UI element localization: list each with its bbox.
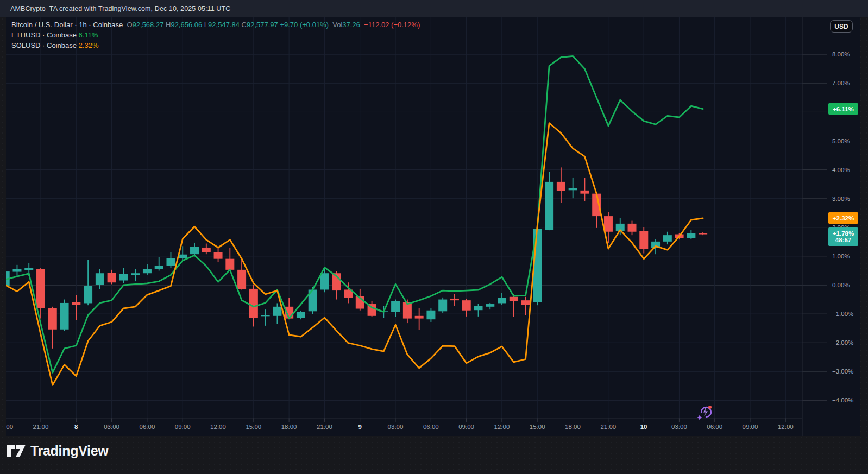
ohlc-key: C bbox=[242, 21, 247, 29]
time-label: 12:00 bbox=[210, 424, 226, 430]
volume-change: −112.02 (−0.12%) bbox=[364, 21, 420, 29]
candle-body bbox=[178, 255, 187, 258]
candle-body bbox=[155, 266, 163, 269]
time-label: 06:00 bbox=[707, 424, 722, 430]
price-label: 1.00% bbox=[832, 253, 850, 260]
sol-change: 2.32% bbox=[79, 41, 99, 49]
price-label: 0.00% bbox=[832, 282, 850, 288]
candle-body bbox=[190, 247, 199, 254]
candle-body bbox=[108, 273, 116, 283]
eth-symbol: ETHUSD · Coinbase bbox=[11, 31, 77, 39]
ohlc-key: H bbox=[166, 21, 171, 29]
price-label: 5.00% bbox=[832, 138, 850, 144]
candle-body bbox=[426, 311, 435, 319]
candle-body bbox=[438, 300, 447, 312]
candle-wick bbox=[584, 178, 586, 201]
price-label: −4.00% bbox=[832, 397, 853, 403]
candle-body bbox=[462, 300, 471, 311]
tradingview-logo-text: TradingView bbox=[30, 443, 109, 459]
candle-body bbox=[498, 298, 506, 303]
volume-label: Vol bbox=[332, 21, 342, 29]
candle-body bbox=[297, 312, 305, 318]
time-label: 21:00 bbox=[317, 424, 332, 430]
time-label: 09:00 bbox=[743, 424, 758, 430]
time-label: 09:00 bbox=[458, 424, 474, 430]
eth-change: 6.11% bbox=[79, 31, 98, 39]
price-label: −1.00% bbox=[832, 311, 853, 317]
sol-symbol: SOLUSD · Coinbase bbox=[11, 41, 77, 49]
candle-body bbox=[569, 188, 577, 191]
watermark-title: AMBCrypto_TA created with TradingView.co… bbox=[10, 5, 230, 12]
chart-panel[interactable]: Bitcoin / U.S. Dollar · 1h · Coinbase O9… bbox=[6, 17, 860, 436]
ohlc-value: 92,547.84 bbox=[208, 21, 241, 29]
candle-body bbox=[604, 216, 613, 232]
candle-body bbox=[48, 308, 57, 330]
tradingview-logo-icon bbox=[7, 444, 26, 458]
candle-body bbox=[261, 315, 270, 316]
candle-wick bbox=[419, 308, 420, 330]
candle-body bbox=[699, 233, 707, 235]
time-label: 03:00 bbox=[671, 424, 687, 430]
time-label: 09:00 bbox=[175, 424, 191, 430]
candle-body bbox=[687, 233, 695, 238]
candle-body bbox=[225, 259, 234, 270]
tradingview-screenshot: { "top_bar": { "title": "AMBCrypto_TA cr… bbox=[0, 0, 868, 474]
candle-body bbox=[84, 286, 92, 304]
candle-body bbox=[273, 307, 281, 316]
candle-body bbox=[580, 191, 589, 194]
time-label: 18:00 bbox=[565, 424, 581, 430]
price-change: +9.70 (+0.01%) bbox=[280, 21, 329, 29]
price-chart[interactable] bbox=[6, 17, 860, 436]
candle-body bbox=[24, 268, 33, 270]
time-label: 15:00 bbox=[246, 424, 261, 430]
badge-value: +1.78% bbox=[833, 230, 854, 237]
candle-body bbox=[60, 303, 69, 330]
time-label: 21:00 bbox=[600, 424, 616, 430]
time-label: 18:00 bbox=[281, 424, 297, 430]
candle-body bbox=[320, 273, 329, 289]
time-label: 06:00 bbox=[140, 424, 155, 430]
candle-body bbox=[545, 182, 553, 230]
time-label: 15:00 bbox=[530, 424, 545, 430]
candle-body bbox=[450, 299, 459, 300]
price-label: −2.00% bbox=[832, 339, 853, 346]
time-label: 10 bbox=[640, 424, 647, 430]
price-label: 8.00% bbox=[832, 51, 850, 58]
badge-value: +6.11% bbox=[833, 106, 854, 112]
ohlc-value: 92,656.06 bbox=[171, 21, 204, 29]
time-label: 8 bbox=[74, 424, 78, 430]
candle-body bbox=[474, 306, 483, 310]
time-label: 21:00 bbox=[33, 424, 49, 430]
candle-body bbox=[249, 289, 258, 318]
price-label: 7.00% bbox=[832, 80, 850, 86]
candle-body bbox=[663, 235, 672, 242]
currency-toggle-button[interactable]: USD bbox=[830, 20, 853, 33]
time-label: 12:00 bbox=[494, 424, 510, 430]
price-badge: +2.32% bbox=[828, 212, 858, 224]
legend-sol-row[interactable]: SOLUSD · Coinbase 2.32% bbox=[11, 40, 420, 50]
candle-body bbox=[166, 258, 175, 266]
legend-main-row[interactable]: Bitcoin / U.S. Dollar · 1h · Coinbase O9… bbox=[11, 20, 420, 30]
price-label: 4.00% bbox=[832, 167, 850, 173]
magic-refresh-icon[interactable] bbox=[694, 403, 714, 421]
candle-body bbox=[486, 304, 494, 307]
candle-body bbox=[639, 231, 648, 249]
price-axis[interactable]: 8.00%7.00%6.00%5.00%4.00%3.00%2.00%1.00%… bbox=[802, 17, 860, 418]
time-axis[interactable]: 18:0021:00803:0006:0009:0012:0015:0018:0… bbox=[6, 418, 802, 436]
candle-wick bbox=[265, 309, 266, 326]
badge-countdown: 48:57 bbox=[835, 237, 851, 243]
sol-line bbox=[6, 123, 703, 385]
ohlc-key: O bbox=[127, 21, 132, 29]
candle-wick bbox=[573, 178, 574, 198]
legend-eth-row[interactable]: ETHUSD · Coinbase 6.11% bbox=[11, 30, 420, 40]
candle-body bbox=[237, 270, 246, 289]
top-bar: AMBCrypto_TA created with TradingView.co… bbox=[0, 0, 868, 17]
candle-body bbox=[557, 182, 565, 191]
ohlc-key: L bbox=[204, 21, 208, 29]
ohlc-value: 92,577.97 bbox=[247, 21, 280, 29]
tradingview-logo[interactable]: TradingView bbox=[7, 443, 109, 459]
candle-wick bbox=[525, 297, 526, 315]
candle-body bbox=[391, 301, 400, 312]
candle-body bbox=[96, 273, 104, 285]
badge-value: +2.32% bbox=[833, 215, 854, 222]
